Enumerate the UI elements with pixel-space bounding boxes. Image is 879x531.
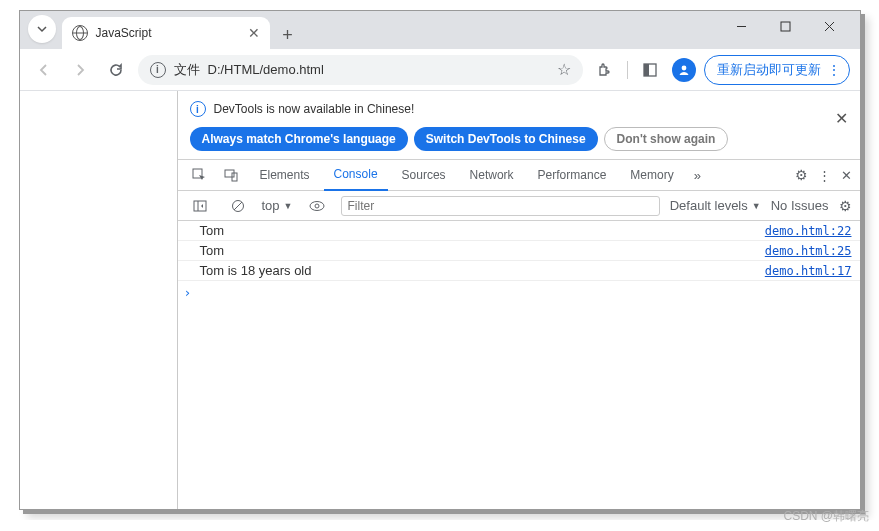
tab-title: JavaScript <box>96 26 240 40</box>
omnibox[interactable]: i 文件 D:/HTML/demo.html ☆ <box>138 55 583 85</box>
content-area: i DevTools is now available in Chinese! … <box>20 91 860 509</box>
log-text: Tom <box>200 223 765 238</box>
window-controls <box>720 11 852 41</box>
levels-selector[interactable]: Default levels ▼ <box>670 198 761 213</box>
file-label: 文件 <box>174 61 200 79</box>
minimize-button[interactable] <box>720 11 764 41</box>
svg-rect-0 <box>781 22 790 31</box>
tab-sources[interactable]: Sources <box>392 159 456 191</box>
browser-window: JavaScript ✕ + i 文件 D:/HTML/demo.html ☆ … <box>19 10 861 510</box>
close-window-button[interactable] <box>808 11 852 41</box>
update-button[interactable]: 重新启动即可更新 ⋮ <box>704 55 850 85</box>
console-prompt[interactable]: › <box>178 281 860 304</box>
caret-down-icon: ▼ <box>752 201 761 211</box>
more-tabs-icon[interactable]: » <box>688 168 707 183</box>
log-source-link[interactable]: demo.html:22 <box>765 224 852 238</box>
svg-point-3 <box>681 65 686 70</box>
pill-dont-show[interactable]: Don't show again <box>604 127 729 151</box>
profile-button[interactable] <box>672 58 696 82</box>
devtools-infobar: i DevTools is now available in Chinese! … <box>178 91 860 159</box>
log-text: Tom is 18 years old <box>200 263 765 278</box>
url-text: D:/HTML/demo.html <box>208 62 549 77</box>
pill-always-match[interactable]: Always match Chrome's language <box>190 127 408 151</box>
forward-button[interactable] <box>66 56 94 84</box>
live-expression-icon[interactable] <box>303 192 331 220</box>
svg-point-10 <box>315 204 319 208</box>
tab-console[interactable]: Console <box>324 159 388 191</box>
more-icon: ⋮ <box>827 62 841 78</box>
issues-label[interactable]: No Issues <box>771 198 829 213</box>
update-label: 重新启动即可更新 <box>717 61 821 79</box>
pill-switch-chinese[interactable]: Switch DevTools to Chinese <box>414 127 598 151</box>
back-button[interactable] <box>30 56 58 84</box>
filter-input[interactable] <box>341 196 660 216</box>
infobar-text: DevTools is now available in Chinese! <box>214 102 415 116</box>
close-icon[interactable]: ✕ <box>835 109 848 128</box>
devtools-tabs: Elements Console Sources Network Perform… <box>178 159 860 191</box>
reload-button[interactable] <box>102 56 130 84</box>
svg-rect-7 <box>194 201 206 211</box>
svg-rect-2 <box>644 64 649 76</box>
device-icon[interactable] <box>218 161 246 189</box>
console-output: Tom demo.html:22 Tom demo.html:25 Tom is… <box>178 221 860 509</box>
new-tab-button[interactable]: + <box>274 21 302 49</box>
bookmark-icon[interactable]: ☆ <box>557 60 571 79</box>
extensions-button[interactable] <box>591 56 619 84</box>
context-selector[interactable]: top ▼ <box>262 198 293 213</box>
caret-down-icon: ▼ <box>284 201 293 211</box>
sidebar-toggle-icon[interactable] <box>186 192 214 220</box>
kebab-icon[interactable]: ⋮ <box>818 168 831 183</box>
address-bar: i 文件 D:/HTML/demo.html ☆ 重新启动即可更新 ⋮ <box>20 49 860 91</box>
gear-icon[interactable]: ⚙ <box>839 198 852 214</box>
watermark: CSDN @韩曙亮 <box>783 508 869 520</box>
close-icon[interactable]: ✕ <box>248 25 260 41</box>
log-row: Tom is 18 years old demo.html:17 <box>178 261 860 281</box>
tab-search-button[interactable] <box>28 15 56 43</box>
tab-bar: JavaScript ✕ + <box>20 11 860 49</box>
maximize-button[interactable] <box>764 11 808 41</box>
side-panel-button[interactable] <box>636 56 664 84</box>
clear-console-icon[interactable] <box>224 192 252 220</box>
info-icon[interactable]: i <box>150 62 166 78</box>
tab-memory[interactable]: Memory <box>620 159 683 191</box>
globe-icon <box>72 25 88 41</box>
close-devtools-icon[interactable]: ✕ <box>841 168 852 183</box>
log-source-link[interactable]: demo.html:17 <box>765 264 852 278</box>
tab-performance[interactable]: Performance <box>528 159 617 191</box>
tab-elements[interactable]: Elements <box>250 159 320 191</box>
log-row: Tom demo.html:22 <box>178 221 860 241</box>
log-text: Tom <box>200 243 765 258</box>
chevron-down-icon <box>36 23 48 35</box>
devtools-panel: i DevTools is now available in Chinese! … <box>178 91 860 509</box>
svg-point-9 <box>310 201 324 210</box>
browser-tab[interactable]: JavaScript ✕ <box>62 17 270 49</box>
log-row: Tom demo.html:25 <box>178 241 860 261</box>
divider <box>627 61 628 79</box>
inspect-icon[interactable] <box>186 161 214 189</box>
info-icon: i <box>190 101 206 117</box>
page-viewport <box>20 91 178 509</box>
log-source-link[interactable]: demo.html:25 <box>765 244 852 258</box>
console-toolbar: top ▼ Default levels ▼ No Issues ⚙ <box>178 191 860 221</box>
gear-icon[interactable]: ⚙ <box>795 167 808 183</box>
tab-network[interactable]: Network <box>460 159 524 191</box>
